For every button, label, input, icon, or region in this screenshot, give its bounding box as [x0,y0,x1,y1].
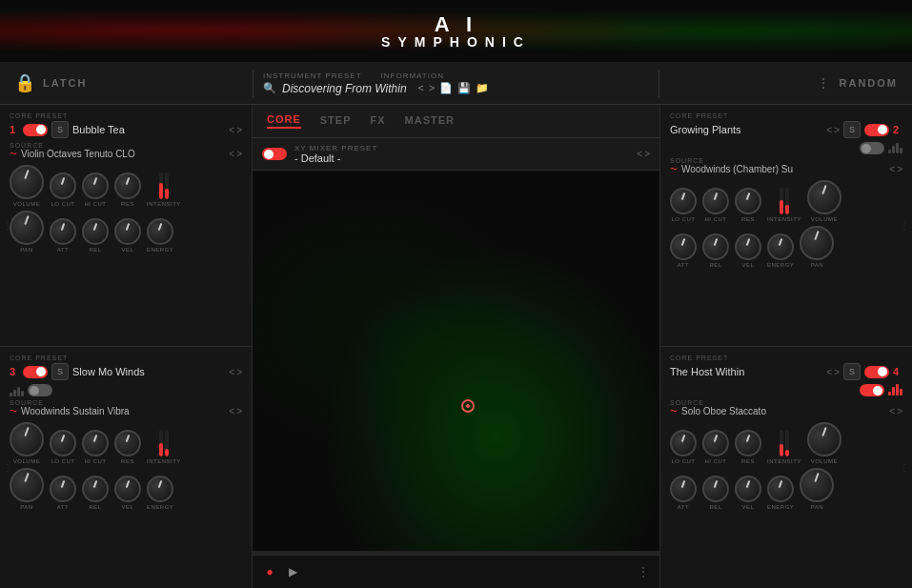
panel4-rel-knob[interactable] [702,476,729,502]
panel1-toggle[interactable] [23,124,48,136]
random-label[interactable]: RANDOM [840,77,899,89]
panel1-att-knob[interactable] [50,218,76,245]
panel1-res-knob[interactable] [114,172,141,199]
panel3-energy-knob[interactable] [147,476,173,502]
tab-core[interactable]: CORE [267,113,301,129]
panel3-att-knob[interactable] [50,476,76,502]
logo-ai: A I [381,14,531,35]
record-button[interactable]: ● [262,564,277,579]
panel3-vel-knob[interactable] [114,476,141,502]
panel1-vel-knob[interactable] [114,218,141,245]
panel1-number: 1 [10,124,19,135]
xy-mixer-preset[interactable]: - Default - [294,152,377,164]
panel1-energy-knob[interactable] [147,218,173,245]
panel4-toggle[interactable] [864,366,889,378]
folder-icon[interactable]: 📁 [476,82,489,94]
panel1-locut-group: LO CUT [50,172,76,207]
panel1-source-name[interactable]: Violin Octaves Tenuto CLO [21,149,225,159]
panel3-pan-knob[interactable] [10,468,44,502]
nav-next-icon[interactable]: > [429,82,435,94]
panel2-rel-knob[interactable] [702,233,729,260]
panel4-source-nav[interactable]: < > [889,406,902,416]
panel1-next[interactable]: > [236,125,242,135]
panel2-small-toggle[interactable] [860,142,884,154]
panel3-volume-knob[interactable] [10,422,44,456]
panel2-volume-knob[interactable] [807,180,841,214]
panel4-att-knob[interactable] [670,476,697,502]
panel3-res-knob[interactable] [114,430,141,456]
panel2-att-knob[interactable] [670,233,697,260]
panel-4: ⋮ CORE PRESET The Host Within < > S 4 [660,347,912,588]
panel2-locut-knob[interactable] [670,188,697,214]
panel4-vel-knob[interactable] [735,476,761,502]
panel4-s-button[interactable]: S [843,363,861,380]
panel1-s-button[interactable]: S [51,121,69,138]
panel2-preset-name[interactable]: Growing Plants [670,124,822,135]
play-button[interactable]: ▶ [285,564,300,579]
panel2-nav[interactable]: < > [826,125,840,135]
panel2-res-knob[interactable] [735,188,761,214]
panel4-intensity-group: INTENSITY [767,430,801,464]
panel1-preset-name[interactable]: Bubble Tea [72,124,225,135]
panel3-s-button[interactable]: S [51,363,69,380]
panel4-preset-name[interactable]: The Host Within [670,366,822,377]
panel3-source-nav[interactable]: < > [229,406,242,416]
latch-icon: 🔒 [14,72,35,93]
panel3-source-name[interactable]: Woodwinds Sustain Vibra [21,406,225,416]
xy-canvas[interactable] [253,171,659,551]
panel3-toggle[interactable] [23,366,48,378]
document-icon[interactable]: 📄 [439,82,453,94]
panel1-prev[interactable]: < [229,125,234,135]
panel1-rel-knob[interactable] [82,218,109,245]
panel4-knobs-row2: ATT REL VEL ENERGY PAN [670,468,902,510]
transport-menu-icon[interactable]: ⋮ [637,564,650,579]
panel3-preset-name[interactable]: Slow Mo Winds [72,366,225,377]
xy-toggle[interactable] [262,148,287,160]
panel1-volume-group: VOLUME [10,165,44,207]
panel2-energy-knob[interactable] [767,233,794,260]
panel4-energy-knob[interactable] [767,476,794,502]
toolbar: 🔒 LATCH INSTRUMENT PRESET INFORMATION 🔍 … [0,62,912,105]
panel4-pan-knob[interactable] [800,468,834,502]
panel1-energy-group: ENERGY [147,218,173,253]
panel4-locut-knob[interactable] [670,430,697,456]
tab-step[interactable]: STEP [320,114,352,128]
panel3-att-group: ATT [50,476,76,510]
panel1-hicut-knob[interactable] [82,172,109,199]
panel3-nav[interactable]: < > [229,367,242,377]
panel3-rel-knob[interactable] [82,476,109,502]
panel1-nav-arrows[interactable]: < > [229,125,242,135]
xy-nav-arrows[interactable]: < > [637,149,650,159]
panel1-locut-knob[interactable] [50,172,76,199]
panel3-intensity-bar2 [165,430,169,456]
tab-fx[interactable]: FX [371,114,386,128]
panel4-nav[interactable]: < > [826,367,840,377]
panel2-s-button[interactable]: S [843,121,861,138]
panel3-small-toggle[interactable] [28,384,52,396]
panel4-volume-knob[interactable] [807,422,841,456]
instrument-preset-name[interactable]: Discovering From Within [282,82,407,95]
panel4-hicut-knob[interactable] [702,430,729,456]
tab-master[interactable]: MASTER [405,114,455,128]
panel1-pan-knob[interactable] [10,211,44,245]
panel2-pan-knob[interactable] [800,226,834,260]
panel3-locut-knob[interactable] [50,430,76,456]
save-icon[interactable]: 💾 [457,82,471,94]
panel4-res-knob[interactable] [735,430,761,456]
panel2-source-nav[interactable]: < > [889,164,902,174]
panel2-vel-knob[interactable] [735,233,761,260]
panel2-toggle[interactable] [864,124,889,136]
panel4-intensity-bar2 [785,430,789,456]
panel4-volume-group: VOLUME [807,422,841,464]
panel3-hicut-knob[interactable] [82,430,109,456]
panel1-volume-knob[interactable] [10,165,44,199]
panel2-source-name[interactable]: Woodwinds (Chamber) Su [681,164,885,174]
menu-dots-icon[interactable]: ⋮ [817,75,830,91]
panel1-source-nav[interactable]: < > [229,149,242,159]
panel2-hicut-knob[interactable] [702,188,729,214]
xy-cursor[interactable] [461,399,475,413]
nav-prev-icon[interactable]: < [418,82,424,94]
latch-label[interactable]: LATCH [43,77,87,89]
panel4-source-name[interactable]: Solo Oboe Staccato [681,406,885,416]
panel4-red-toggle[interactable] [860,384,884,396]
